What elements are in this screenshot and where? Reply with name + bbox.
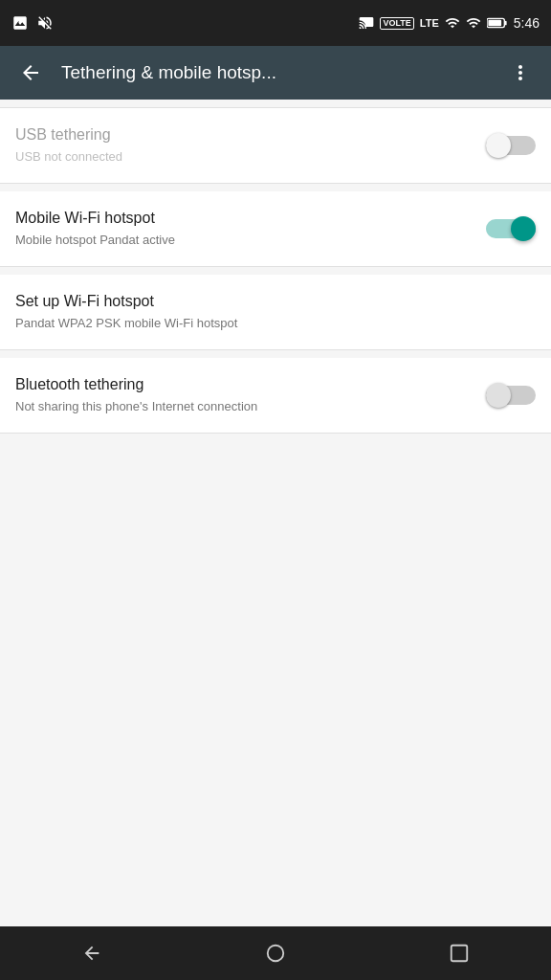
bluetooth-tethering-text: Bluetooth tethering Not sharing this pho… xyxy=(15,375,471,415)
setup-wifi-hotspot-title: Set up Wi-Fi hotspot xyxy=(15,292,520,312)
cast-icon xyxy=(359,15,374,31)
nav-recent-button[interactable] xyxy=(425,926,494,980)
usb-tethering-item[interactable]: USB tethering USB not connected xyxy=(0,107,551,184)
mobile-wifi-toggle[interactable] xyxy=(486,214,536,243)
svg-rect-1 xyxy=(505,21,507,26)
status-bar-left-icons xyxy=(11,14,54,32)
setup-wifi-hotspot-item[interactable]: Set up Wi-Fi hotspot Pandat WPA2 PSK mob… xyxy=(0,275,551,350)
signal1-icon xyxy=(445,15,460,31)
divider-4 xyxy=(0,434,551,441)
bluetooth-tethering-item[interactable]: Bluetooth tethering Not sharing this pho… xyxy=(0,358,551,434)
usb-tethering-text: USB tethering USB not connected xyxy=(15,125,471,166)
status-time: 5:46 xyxy=(514,15,540,31)
bluetooth-tethering-toggle-thumb xyxy=(486,383,511,408)
svg-point-3 xyxy=(268,946,284,962)
bluetooth-tethering-title: Bluetooth tethering xyxy=(15,375,471,395)
divider-2 xyxy=(0,267,551,275)
gallery-icon xyxy=(11,14,29,32)
nav-back-button[interactable] xyxy=(57,926,126,980)
setup-wifi-hotspot-subtitle: Pandat WPA2 PSK mobile Wi-Fi hotspot xyxy=(15,315,520,332)
mobile-wifi-hotspot-title: Mobile Wi-Fi hotspot xyxy=(15,209,471,229)
settings-content: USB tethering USB not connected Mobile W… xyxy=(0,100,551,926)
more-options-button[interactable] xyxy=(497,50,543,96)
bluetooth-tethering-toggle[interactable] xyxy=(486,381,536,410)
battery-icon xyxy=(487,16,508,30)
page-title: Tethering & mobile hotsp... xyxy=(61,62,497,83)
navigation-bar xyxy=(0,926,551,980)
mobile-wifi-hotspot-text: Mobile Wi-Fi hotspot Mobile hotspot Pand… xyxy=(15,209,471,249)
divider-1 xyxy=(0,184,551,191)
signal2-icon xyxy=(466,15,481,31)
volte-badge: VOLTE xyxy=(380,17,413,30)
svg-rect-4 xyxy=(452,946,468,962)
mute-icon xyxy=(36,14,54,32)
back-button[interactable] xyxy=(8,50,54,96)
lte-icon: LTE xyxy=(420,17,439,29)
status-bar: VOLTE LTE 5:46 xyxy=(0,0,551,46)
bluetooth-tethering-subtitle: Not sharing this phone's Internet connec… xyxy=(15,398,471,415)
toolbar: Tethering & mobile hotsp... xyxy=(0,46,551,100)
usb-tethering-subtitle: USB not connected xyxy=(15,148,471,166)
setup-wifi-hotspot-text: Set up Wi-Fi hotspot Pandat WPA2 PSK mob… xyxy=(15,292,520,332)
usb-tethering-toggle-thumb xyxy=(486,133,511,158)
mobile-wifi-hotspot-subtitle: Mobile hotspot Pandat active xyxy=(15,232,471,249)
svg-rect-2 xyxy=(488,20,501,26)
usb-tethering-title: USB tethering xyxy=(15,125,471,145)
divider-3 xyxy=(0,350,551,358)
nav-home-button[interactable] xyxy=(241,926,310,980)
mobile-wifi-hotspot-item[interactable]: Mobile Wi-Fi hotspot Mobile hotspot Pand… xyxy=(0,191,551,267)
usb-tethering-toggle[interactable] xyxy=(486,131,536,160)
mobile-wifi-toggle-thumb xyxy=(511,216,536,241)
status-bar-right-icons: VOLTE LTE 5:46 xyxy=(359,15,540,31)
